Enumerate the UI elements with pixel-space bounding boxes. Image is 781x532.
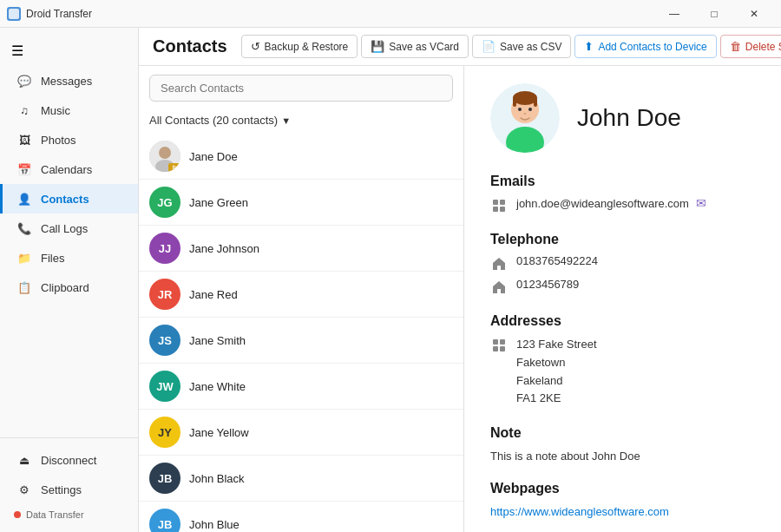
titlebar-controls: — □ ✕: [654, 0, 774, 28]
address-row: 123 Fake StreetFaketownFakelandFA1 2KE: [490, 336, 755, 408]
add-contacts-button[interactable]: ⬆Add Contacts to Device: [574, 35, 716, 58]
save-csv-button[interactable]: 📄Save as CSV: [472, 35, 571, 58]
sidebar-label-photos: Photos: [41, 134, 75, 147]
filter-row: All Contacts (20 contacts) ▼: [139, 110, 463, 134]
sidebar-item-files[interactable]: 📁 Files: [0, 243, 138, 273]
avatar-jane-yellow: JY: [149, 417, 180, 448]
svg-point-2: [159, 147, 171, 159]
sidebar-label-music: Music: [41, 104, 70, 117]
sidebar-label-contacts: Contacts: [41, 193, 89, 206]
svg-rect-20: [500, 207, 505, 212]
home-icon-2: [490, 279, 508, 296]
titlebar: Droid Transfer — □ ✕: [0, 0, 781, 28]
filter-select[interactable]: All Contacts (20 contacts) ▼: [149, 114, 291, 127]
detail-addresses-section: Addresses 123 Fake StreetFaketownFakelan…: [490, 313, 755, 408]
sidebar-label-calendars: Calendars: [41, 163, 92, 176]
svg-rect-22: [500, 339, 505, 345]
save-csv-icon: 📄: [482, 40, 496, 53]
avatar-jane-red: JR: [149, 279, 180, 310]
sidebar-label-files: Files: [41, 252, 64, 265]
webpage-link[interactable]: https://www.wideanglesoftware.com: [490, 505, 669, 518]
data-transfer-status: Data Transfer: [0, 504, 138, 525]
settings-icon: ⚙: [16, 482, 32, 497]
contact-item-jane-smith[interactable]: JS Jane Smith: [139, 318, 463, 364]
sidebar-label-clipboard: Clipboard: [41, 281, 89, 294]
sidebar-label-disconnect: Disconnect: [41, 454, 96, 467]
avatar-john-blue: JB: [149, 509, 180, 532]
emails-section-title: Emails: [490, 174, 755, 189]
sidebar-item-call-logs[interactable]: 📞 Call Logs: [0, 213, 138, 243]
minimize-button[interactable]: —: [654, 0, 694, 28]
webpages-section-title: Webpages: [490, 481, 755, 496]
maximize-button[interactable]: □: [694, 0, 734, 28]
sidebar-item-clipboard[interactable]: 📋 Clipboard: [0, 273, 138, 302]
detail-avatar: [490, 83, 560, 153]
email-value: john.doe@wideanglesoftware.com: [516, 197, 689, 210]
detail-header: John Doe: [490, 83, 755, 153]
contact-item-john-blue[interactable]: JB John Blue: [139, 502, 463, 532]
phone-row-1: 0183765492224: [490, 254, 755, 273]
avatar-jane-johnson: JJ: [149, 233, 180, 264]
sidebar-item-settings[interactable]: ⚙ Settings: [0, 475, 138, 504]
avatar-john-black: JB: [149, 463, 180, 494]
address-grid-icon: [490, 337, 508, 354]
avatar-jane-smith: JS: [149, 325, 180, 356]
close-button[interactable]: ✕: [734, 0, 774, 28]
status-dot: [14, 511, 21, 518]
sidebar-item-contacts[interactable]: 👤 Contacts: [0, 184, 138, 213]
home-icon-1: [490, 255, 508, 273]
svg-rect-21: [493, 339, 498, 345]
disconnect-icon: ⏏: [16, 452, 32, 468]
sidebar: ☰ 💬 Messages ♫ Music 🖼 Photos 📅 Calendar…: [0, 28, 139, 532]
telephone-section-title: Telephone: [490, 232, 755, 247]
contact-name-jane-yellow: Jane Yellow: [189, 426, 249, 439]
backup-restore-button[interactable]: ↺Backup & Restore: [241, 35, 358, 58]
svg-point-11: [513, 91, 537, 105]
addresses-section-title: Addresses: [490, 313, 755, 329]
detail-contact-name: John Doe: [577, 104, 681, 132]
sidebar-item-music[interactable]: ♫ Music: [0, 95, 138, 125]
data-transfer-label: Data Transfer: [26, 509, 84, 520]
delete-selection-button[interactable]: 🗑Delete Selection: [720, 35, 781, 58]
search-bar: [139, 66, 463, 110]
music-icon: ♫: [16, 102, 32, 118]
menu-icon[interactable]: ☰: [0, 35, 35, 66]
detail-webpages-section: Webpages https://www.wideanglesoftware.c…: [490, 481, 755, 519]
contact-item-jane-johnson[interactable]: JJ Jane Johnson: [139, 226, 463, 272]
clipboard-icon: 📋: [16, 279, 32, 295]
detail-panel: John Doe Emails john.doe@wideanglesoftwa…: [464, 66, 781, 532]
contact-name-jane-red: Jane Red: [189, 288, 238, 301]
add-contacts-icon: ⬆: [584, 40, 594, 53]
photos-icon: 🖼: [16, 132, 32, 148]
contact-name-jane-johnson: Jane Johnson: [189, 242, 259, 255]
note-value: This is a note about John Doe: [490, 450, 640, 463]
sidebar-item-photos[interactable]: 🖼 Photos: [0, 125, 138, 154]
main-content: Contacts ↺Backup & Restore💾Save as VCard…: [139, 28, 781, 532]
svg-rect-12: [513, 98, 516, 107]
save-vcard-button[interactable]: 💾Save as VCard: [361, 35, 469, 58]
avatar-jane-doe: 🏳: [149, 141, 180, 172]
contact-item-jane-red[interactable]: JR Jane Red: [139, 272, 463, 318]
contact-item-john-black[interactable]: JB John Black: [139, 456, 463, 502]
sidebar-item-calendars[interactable]: 📅 Calendars: [0, 154, 138, 184]
contact-name-john-blue: John Blue: [189, 518, 240, 531]
sidebar-item-messages[interactable]: 💬 Messages: [0, 66, 138, 95]
sidebar-item-disconnect[interactable]: ⏏ Disconnect: [0, 445, 138, 475]
svg-rect-0: [9, 9, 19, 19]
contact-item-jane-green[interactable]: JG Jane Green: [139, 180, 463, 226]
page-title: Contacts: [153, 36, 227, 56]
contact-item-jane-yellow[interactable]: JY Jane Yellow: [139, 410, 463, 456]
note-section-title: Note: [490, 425, 755, 441]
contacts-list: 🏳 Jane Doe JG Jane Green JJ Jane Johnson…: [139, 134, 463, 532]
svg-rect-19: [493, 207, 498, 212]
contact-list-panel: All Contacts (20 contacts) ▼ 🏳 Jane Doe …: [139, 66, 464, 532]
sidebar-label-settings: Settings: [41, 483, 82, 496]
search-input[interactable]: [149, 75, 453, 102]
avatar-jane-green: JG: [149, 187, 180, 218]
svg-point-16: [524, 113, 527, 115]
contact-item-jane-white[interactable]: JW Jane White: [139, 364, 463, 410]
detail-note-section: Note This is a note about John Doe: [490, 425, 755, 463]
sidebar-label-messages: Messages: [41, 75, 92, 88]
contact-item-jane-doe[interactable]: 🏳 Jane Doe: [139, 134, 463, 180]
toolbar: Contacts ↺Backup & Restore💾Save as VCard…: [139, 28, 781, 66]
